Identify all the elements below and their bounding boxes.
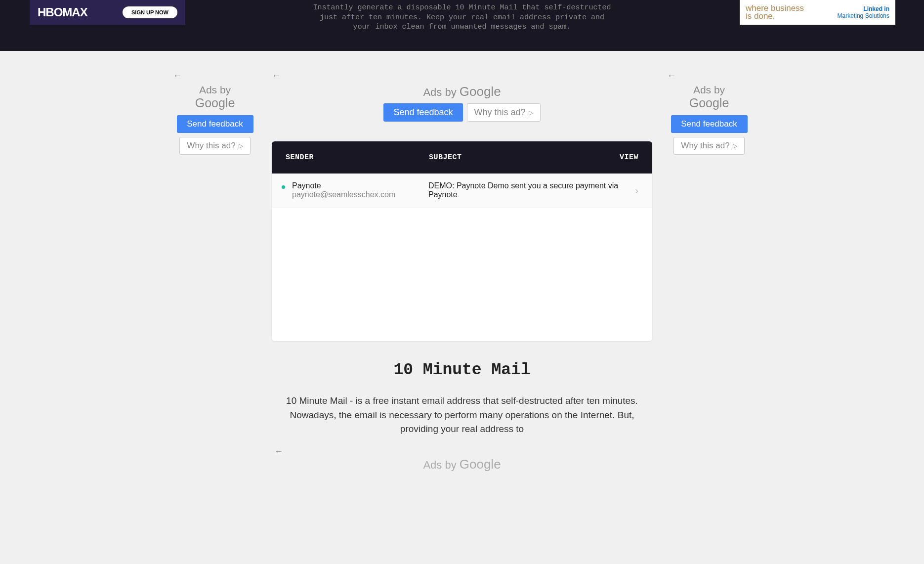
play-icon: ▷ bbox=[529, 109, 533, 116]
chevron-right-icon: › bbox=[635, 185, 638, 196]
inbox-empty-area bbox=[272, 208, 652, 341]
arrow-left-icon[interactable]: ← bbox=[173, 71, 257, 81]
inbox-header: SENDER SUBJECT VIEW bbox=[272, 141, 652, 174]
main-area: ← Ads byGoogle Send feedback Why this ad… bbox=[0, 51, 924, 472]
play-icon: ▷ bbox=[733, 142, 737, 149]
unread-dot-icon bbox=[282, 185, 285, 189]
ads-by-google-label: Ads by Google bbox=[272, 457, 652, 472]
ads-by-google-label: Ads byGoogle bbox=[173, 84, 257, 110]
linkedin-tagline: where businessis done. bbox=[746, 4, 804, 20]
site-description: Instantly generate a disposable 10 Minut… bbox=[309, 3, 615, 32]
col-sender: SENDER bbox=[286, 153, 429, 162]
center-column: ← Ads by Google Send feedback Why this a… bbox=[272, 71, 652, 472]
inbox-panel: SENDER SUBJECT VIEW Paynote paynote@seam… bbox=[272, 141, 652, 341]
mail-sender: Paynote paynote@seamlesschex.com bbox=[292, 181, 428, 199]
play-icon: ▷ bbox=[239, 142, 243, 149]
why-this-ad-button[interactable]: Why this ad? ▷ bbox=[179, 137, 250, 155]
arrow-left-icon[interactable]: ← bbox=[667, 71, 751, 81]
send-feedback-button[interactable]: Send feedback bbox=[671, 115, 748, 133]
article-title: 10 Minute Mail bbox=[284, 361, 640, 379]
arrow-left-icon[interactable]: ← bbox=[274, 446, 650, 457]
article-body: 10 Minute Mail - is a free instant email… bbox=[284, 394, 640, 436]
why-this-ad-button[interactable]: Why this ad? ▷ bbox=[467, 103, 541, 122]
send-feedback-button[interactable]: Send feedback bbox=[383, 103, 462, 122]
sender-email: paynote@seamlesschex.com bbox=[292, 190, 428, 199]
linkedin-ad[interactable]: where businessis done. Linked in Marketi… bbox=[740, 0, 895, 25]
bottom-ad-widget: ← Ads by Google bbox=[272, 446, 652, 472]
article-section: 10 Minute Mail 10 Minute Mail - is a fre… bbox=[274, 341, 650, 436]
linkedin-brand: Linked in Marketing Solutions bbox=[838, 5, 889, 20]
send-feedback-button[interactable]: Send feedback bbox=[177, 115, 253, 133]
hbo-signup-button[interactable]: SIGN UP NOW bbox=[123, 6, 177, 18]
ads-by-google-label: Ads byGoogle bbox=[667, 84, 751, 110]
why-this-ad-button[interactable]: Why this ad? ▷ bbox=[673, 137, 744, 155]
center-ad-widget: ← Ads by Google Send feedback Why this a… bbox=[272, 71, 652, 122]
header-bar: HBOMAX SIGN UP NOW Instantly generate a … bbox=[0, 0, 924, 51]
hbo-logo: HBOMAX bbox=[38, 5, 87, 19]
left-ad-widget: ← Ads byGoogle Send feedback Why this ad… bbox=[173, 71, 257, 472]
hbo-max-ad[interactable]: HBOMAX SIGN UP NOW bbox=[30, 0, 185, 25]
mail-subject: DEMO: Paynote Demo sent you a secure pay… bbox=[428, 181, 635, 199]
right-ad-widget: ← Ads byGoogle Send feedback Why this ad… bbox=[667, 71, 751, 472]
arrow-left-icon[interactable]: ← bbox=[272, 71, 652, 81]
col-view: VIEW bbox=[609, 153, 638, 162]
sender-name: Paynote bbox=[292, 181, 428, 190]
col-subject: SUBJECT bbox=[429, 153, 609, 162]
ads-by-google-label: Ads by Google bbox=[272, 84, 652, 99]
mail-row[interactable]: Paynote paynote@seamlesschex.com DEMO: P… bbox=[272, 174, 652, 208]
